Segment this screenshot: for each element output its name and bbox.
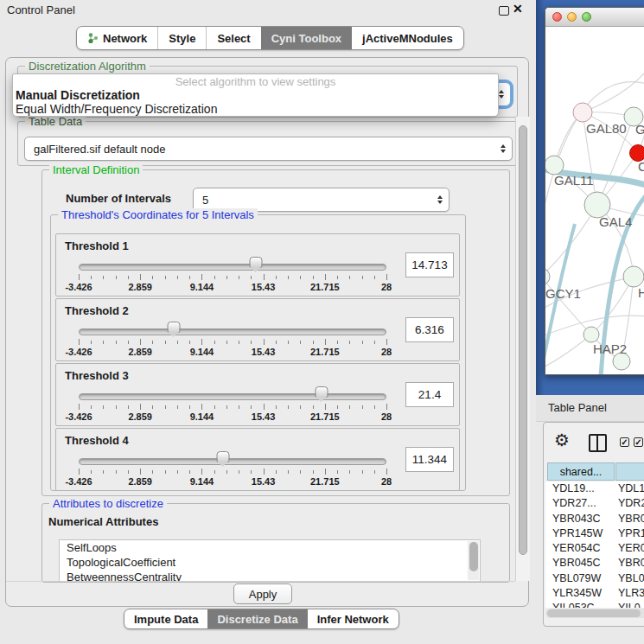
table-hscrollbar-thumb[interactable] <box>547 609 641 617</box>
node-label-ga: GA <box>635 122 644 137</box>
table-data-group-title: Table Data <box>25 115 86 128</box>
attribute-item[interactable]: SelfLoops <box>60 540 480 555</box>
table-row[interactable]: YER054CYER0 <box>545 541 644 556</box>
tab-discretize-data[interactable]: Discretize Data <box>207 609 307 628</box>
tab-label: Style <box>169 32 195 45</box>
slider-track[interactable] <box>79 328 386 335</box>
close-traffic-light-icon[interactable] <box>552 12 562 22</box>
threshold-2-slider[interactable]: -3.4262.8599.14415.4321.71528 <box>79 320 386 358</box>
threshold-3-value[interactable]: 21.4 <box>405 382 454 407</box>
column-header-name[interactable]: n <box>615 462 644 481</box>
checkbox-icon[interactable]: ✓ <box>634 437 643 447</box>
tick-label: 21.715 <box>310 282 340 292</box>
table-row[interactable]: YPR145WYPR1 <box>545 526 644 541</box>
attribute-item[interactable]: TopologicalCoefficient <box>60 555 480 570</box>
algorithm-dropdown-popup: Select algorithm to view settings Manual… <box>12 73 499 117</box>
cell-name: YPR1 <box>618 527 644 539</box>
slider-track[interactable] <box>79 264 386 271</box>
threshold-2-value[interactable]: 6.316 <box>405 317 454 342</box>
node-label-gal4: GAL4 <box>599 214 632 229</box>
content-scrollbar-thumb[interactable] <box>519 125 527 555</box>
popup-option-equal-width-frequency-discretization[interactable]: Equal Width/Frequency Discretization <box>13 102 498 116</box>
tick-label: 2.859 <box>128 282 152 292</box>
table-row[interactable]: YDL19...YDL1 <box>545 481 644 496</box>
table-row[interactable]: YBR045CYBR0 <box>545 556 644 571</box>
attributes-scrollbar[interactable] <box>468 541 479 580</box>
content-scrollbar[interactable] <box>515 117 530 581</box>
tab-select[interactable]: Select <box>206 27 260 49</box>
tab-infer-network[interactable]: Infer Network <box>308 609 399 628</box>
tab-label: Cyni Toolbox <box>271 32 341 45</box>
tick-label: -3.426 <box>65 476 92 487</box>
table-data-combobox[interactable]: galFiltered.sif default node <box>24 137 513 161</box>
zoom-traffic-light-icon[interactable] <box>582 12 591 22</box>
checkbox-icon[interactable]: ✓ <box>620 437 629 447</box>
node-hap2[interactable] <box>583 327 599 342</box>
cell-name: YDL1 <box>618 482 644 494</box>
slider-thumb[interactable] <box>168 322 181 333</box>
popup-items: Manual DiscretizationEqual Width/Frequen… <box>13 88 498 116</box>
num-intervals-value: 5 <box>202 194 208 207</box>
tab-network[interactable]: Network <box>77 27 157 49</box>
tick-label: 15.43 <box>252 411 276 422</box>
tick-label: 9.144 <box>190 476 214 487</box>
panel-title: Control Panel <box>7 3 75 16</box>
table-rows[interactable]: YDL19...YDL1YDR27...YDR2YBR043CYBR0YPR14… <box>545 481 644 608</box>
table-row[interactable]: YLR345WYLR3 <box>545 586 644 601</box>
tab-label: Select <box>217 32 250 45</box>
tab-label: Infer Network <box>317 613 389 626</box>
popup-option-manual-discretization[interactable]: Manual Discretization <box>13 88 498 102</box>
tick-label: -3.426 <box>65 411 92 422</box>
slider-thumb[interactable] <box>250 257 263 268</box>
control-panel: Control Panel ✕ NetworkStyleSelectCyni T… <box>0 0 536 644</box>
threshold-1-value[interactable]: 14.713 <box>405 252 454 277</box>
node-gcy1[interactable] <box>545 268 550 285</box>
popup-prompt: Select algorithm to view settings <box>13 74 498 88</box>
tab-label: jActiveMNodules <box>362 32 453 45</box>
tick-label: 2.859 <box>128 476 152 487</box>
network-canvas[interactable]: GAL80GACGAL11GAL4GCY1HHAP2 <box>545 27 644 374</box>
table-hscrollbar[interactable] <box>545 609 644 618</box>
cell-shared-name: YIL053C <box>552 602 595 608</box>
table-row[interactable]: YBL079WYBL0 <box>545 571 644 586</box>
node-label-h: H <box>638 285 644 300</box>
tab-impute-data[interactable]: Impute Data <box>124 609 207 628</box>
bottom-tab-strip: Impute DataDiscretize DataInfer Network <box>124 609 399 629</box>
tick-label: 15.43 <box>252 282 276 292</box>
node-gal11[interactable] <box>545 156 564 175</box>
slider-track[interactable] <box>79 393 386 400</box>
node[interactable] <box>623 266 644 287</box>
slider-thumb[interactable] <box>217 451 230 462</box>
threshold-3-slider[interactable]: -3.4262.8599.14415.4321.71528 <box>79 385 386 423</box>
minimize-traffic-light-icon[interactable] <box>567 12 577 22</box>
float-window-icon[interactable] <box>499 6 509 16</box>
interval-definition-title: Interval Definition <box>49 163 143 176</box>
table-row[interactable]: YBR043CYBR0 <box>545 512 644 526</box>
tab-style[interactable]: Style <box>157 27 206 49</box>
slider-thumb[interactable] <box>316 386 328 398</box>
cell-shared-name: YLR345W <box>552 587 602 599</box>
numerical-attributes-list[interactable]: SelfLoopsTopologicalCoefficientBetweenne… <box>59 539 481 582</box>
slider-ticks <box>79 469 386 475</box>
split-columns-icon[interactable] <box>589 434 607 452</box>
attribute-item[interactable]: BetweennessCentrality <box>60 570 480 582</box>
thresholds-group-title: Threshold's Coordinates for 5 Intervals <box>58 208 258 221</box>
node-gal80[interactable] <box>573 103 592 122</box>
table-row[interactable]: YIL053CYIL0 <box>545 601 644 608</box>
threshold-4-slider[interactable]: -3.4262.8599.14415.4321.71528 <box>79 450 386 488</box>
slider-track[interactable] <box>79 458 386 465</box>
threshold-1-slider[interactable]: -3.4262.8599.14415.4321.71528 <box>79 255 386 293</box>
column-header-shared-name[interactable]: shared... <box>547 462 615 481</box>
cell-name: YER0 <box>618 542 644 554</box>
gear-icon[interactable]: ⚙ <box>554 430 570 450</box>
tab-cyni-toolbox[interactable]: Cyni Toolbox <box>261 27 352 49</box>
apply-button[interactable]: Apply <box>233 583 292 604</box>
network-window-titlebar[interactable] <box>545 8 644 27</box>
tick-label: -3.426 <box>65 347 92 357</box>
network-desktop-background: GAL80GACGAL11GAL4GCY1HHAP2 <box>536 0 644 395</box>
close-icon[interactable]: ✕ <box>513 2 523 16</box>
tab-jactivemnodules[interactable]: jActiveMNodules <box>352 27 463 49</box>
threshold-4-value[interactable]: 11.344 <box>405 447 454 472</box>
table-row[interactable]: YDR27...YDR2 <box>545 496 644 511</box>
tick-label: 28 <box>381 411 392 422</box>
